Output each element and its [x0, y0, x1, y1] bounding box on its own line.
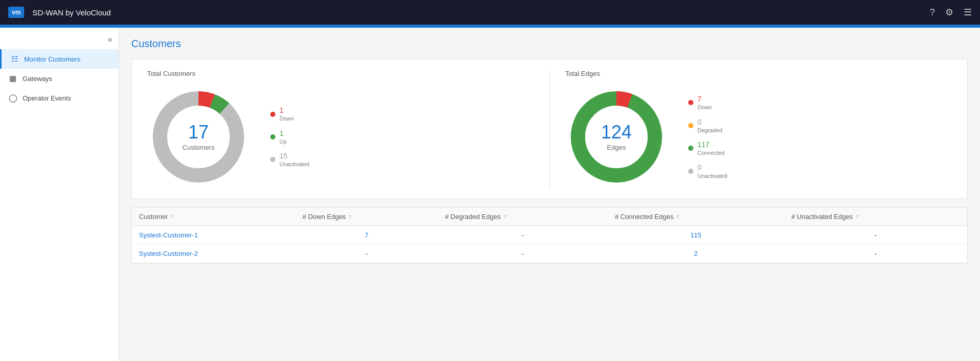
top-nav: vm SD-WAN by VeloCloud ? ⚙ ☰ — [0, 0, 980, 25]
th-connected-edges: # Connected Edges ▿ — [608, 208, 784, 226]
edges-legend-sublabel-connected: Connected — [697, 149, 725, 156]
edges-legend-val-connected: 117 — [697, 140, 725, 149]
edges-legend-dot-degraded — [688, 123, 693, 128]
sidebar-item-label: Operator Events — [23, 94, 71, 102]
edges-legend-text-down: 7 Down — [697, 94, 712, 111]
edges-donut-center: 124 Edges — [601, 123, 632, 151]
legend-item-down: 1 Down — [270, 106, 309, 122]
filter-customer-icon[interactable]: ▿ — [171, 213, 174, 220]
unactivated-edges-2: - — [784, 245, 967, 263]
edges-legend-dot-unactivated — [688, 169, 693, 174]
down-edges-1[interactable]: 7 — [295, 226, 438, 245]
edges-legend-val-degraded: 0 — [697, 117, 722, 127]
help-icon[interactable]: ? — [930, 7, 935, 18]
edges-legend-val-down: 7 — [697, 94, 712, 104]
legend-sublabel-down: Down — [279, 115, 294, 122]
page-title: Customers — [131, 38, 968, 50]
filter-down-icon[interactable]: ▿ — [349, 213, 352, 220]
legend-dot-unactivated — [270, 157, 275, 162]
logo-box: vm — [8, 7, 24, 18]
sidebar-item-label: Gateways — [23, 75, 52, 83]
total-customers-inner: 17 Customers 1 Down — [147, 86, 534, 188]
edges-legend-item-degraded: 0 Degraded — [688, 117, 727, 134]
edges-legend-dot-down — [688, 100, 693, 105]
collapse-button[interactable]: « — [108, 35, 112, 44]
charts-area: Total Customers 17 Cust — [131, 59, 968, 199]
sidebar-item-operator-events[interactable]: ◯ Operator Events — [0, 88, 118, 108]
customers-donut-container: 17 Customers — [147, 86, 250, 188]
filter-degraded-icon[interactable]: ▿ — [504, 213, 507, 220]
legend-dot-up — [270, 134, 275, 139]
legend-val-unactivated: 15 — [279, 151, 309, 161]
menu-icon[interactable]: ☰ — [964, 7, 972, 18]
table-body: Systest-Customer-1 7 - 115 - Systest-Cus… — [132, 226, 967, 263]
sidebar-item-label: Monitor Customers — [24, 55, 81, 63]
edges-legend-text-degraded: 0 Degraded — [697, 117, 722, 134]
edges-legend-dot-connected — [688, 146, 693, 151]
total-edges-section: Total Edges 124 Edges — [565, 70, 952, 188]
sidebar-item-gateways[interactable]: ▦ Gateways — [0, 69, 118, 88]
edges-big-label: Edges — [601, 144, 632, 151]
main-content: Customers Total Customers — [119, 28, 980, 361]
legend-sublabel-up: Up — [279, 138, 287, 145]
edges-big-number: 124 — [601, 123, 632, 142]
app-title: SD-WAN by VeloCloud — [32, 8, 924, 17]
edges-legend-val-unactivated: 0 — [697, 163, 727, 172]
th-customer: Customer ▿ — [132, 208, 295, 226]
customer-name-1[interactable]: Systest-Customer-1 — [132, 226, 295, 245]
customers-table: Customer ▿ # Down Edges ▿ — [132, 208, 967, 263]
legend-dot-down — [270, 112, 275, 117]
filter-connected-icon[interactable]: ▿ — [676, 213, 679, 220]
sidebar: « ☷ Monitor Customers ▦ Gateways ◯ Opera… — [0, 28, 119, 361]
edges-legend-item-connected: 117 Connected — [688, 140, 727, 156]
edges-legend-text-unactivated: 0 Unactivated — [697, 163, 727, 179]
legend-val-down: 1 — [279, 106, 294, 115]
user-icon[interactable]: ⚙ — [945, 7, 953, 18]
filter-unactivated-icon[interactable]: ▿ — [856, 213, 859, 220]
customers-big-label: Customers — [183, 144, 215, 151]
total-edges-inner: 124 Edges 7 Down — [565, 86, 952, 188]
connected-edges-1[interactable]: 115 — [608, 226, 784, 245]
connected-edges-2[interactable]: 2 — [608, 245, 784, 263]
down-edges-2: - — [295, 245, 438, 263]
edges-legend-sublabel-unactivated: Unactivated — [697, 172, 727, 179]
legend-text-up: 1 Up — [279, 129, 287, 145]
th-degraded-edges: # Degraded Edges ▿ — [438, 208, 608, 226]
edges-donut-container: 124 Edges — [565, 86, 668, 188]
legend-text-down: 1 Down — [279, 106, 294, 122]
total-customers-section: Total Customers 17 Cust — [147, 70, 534, 188]
degraded-edges-2: - — [438, 245, 608, 263]
chart-divider — [549, 70, 550, 188]
legend-sublabel-unactivated: Unactivated — [279, 161, 309, 168]
edges-legend-item-down: 7 Down — [688, 94, 727, 111]
th-unactivated-edges: # Unactivated Edges ▿ — [784, 208, 967, 226]
legend-item-unactivated: 15 Unactivated — [270, 151, 309, 168]
table-header-row: Customer ▿ # Down Edges ▿ — [132, 208, 967, 226]
customers-legend: 1 Down 1 Up — [270, 106, 309, 168]
sidebar-item-monitor-customers[interactable]: ☷ Monitor Customers — [0, 49, 118, 69]
degraded-edges-1: - — [438, 226, 608, 245]
customer-name-2[interactable]: Systest-Customer-2 — [132, 245, 295, 263]
legend-item-up: 1 Up — [270, 129, 309, 145]
edges-legend-item-unactivated: 0 Unactivated — [688, 163, 727, 179]
nav-icons: ? ⚙ ☰ — [930, 7, 972, 18]
edges-legend-sublabel-degraded: Degraded — [697, 127, 722, 134]
total-customers-label: Total Customers — [147, 70, 195, 77]
customers-table-wrapper: Customer ▿ # Down Edges ▿ — [131, 207, 968, 264]
gateways-icon: ▦ — [8, 74, 17, 83]
operator-events-icon: ◯ — [8, 93, 17, 103]
table-header: Customer ▿ # Down Edges ▿ — [132, 208, 967, 226]
edges-legend-sublabel-down: Down — [697, 104, 712, 111]
legend-val-up: 1 — [279, 129, 287, 138]
legend-text-unactivated: 15 Unactivated — [279, 151, 309, 168]
edges-legend: 7 Down 0 Degraded — [688, 94, 727, 179]
monitor-customers-icon: ☷ — [10, 54, 19, 64]
table-row: Systest-Customer-1 7 - 115 - — [132, 226, 967, 245]
customers-big-number: 17 — [183, 123, 215, 142]
edges-legend-text-connected: 117 Connected — [697, 140, 725, 156]
table-row: Systest-Customer-2 - - 2 - — [132, 245, 967, 263]
unactivated-edges-1: - — [784, 226, 967, 245]
customers-donut-center: 17 Customers — [183, 123, 215, 151]
layout: « ☷ Monitor Customers ▦ Gateways ◯ Opera… — [0, 28, 980, 361]
sidebar-collapse[interactable]: « — [0, 32, 118, 49]
